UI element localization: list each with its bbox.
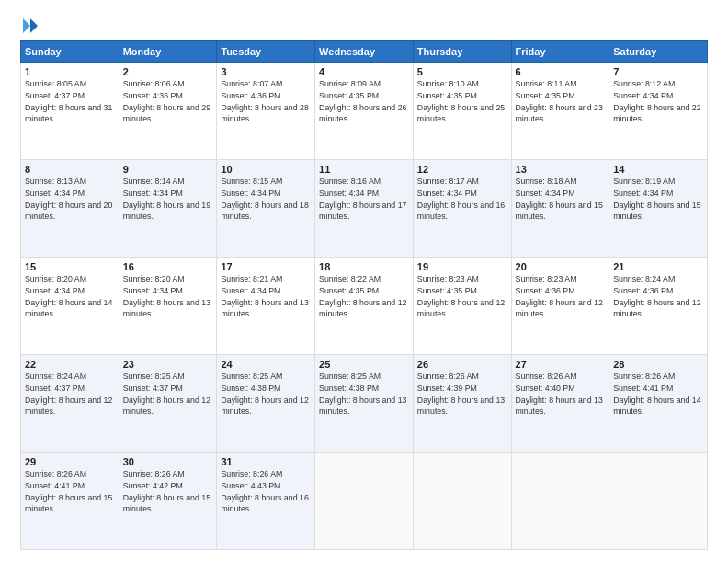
day-info: Sunrise: 8:23 AMSunset: 4:35 PMDaylight:… — [417, 273, 507, 320]
day-number: 30 — [123, 456, 213, 467]
day-info: Sunrise: 8:26 AMSunset: 4:41 PMDaylight:… — [613, 371, 703, 418]
day-info: Sunrise: 8:18 AMSunset: 4:34 PMDaylight:… — [516, 176, 606, 223]
day-info: Sunrise: 8:24 AMSunset: 4:36 PMDaylight:… — [613, 273, 703, 320]
day-number: 14 — [613, 164, 703, 175]
day-number: 24 — [221, 359, 311, 370]
day-info: Sunrise: 8:25 AMSunset: 4:38 PMDaylight:… — [319, 371, 409, 418]
day-number: 23 — [123, 359, 213, 370]
calendar-day-cell: 15Sunrise: 8:20 AMSunset: 4:34 PMDayligh… — [21, 258, 119, 355]
day-info: Sunrise: 8:10 AMSunset: 4:35 PMDaylight:… — [417, 78, 507, 125]
calendar-day-cell: 2Sunrise: 8:06 AMSunset: 4:36 PMDaylight… — [119, 63, 217, 160]
day-info: Sunrise: 8:06 AMSunset: 4:36 PMDaylight:… — [123, 78, 213, 125]
day-number: 16 — [123, 261, 213, 272]
calendar-day-cell: 5Sunrise: 8:10 AMSunset: 4:35 PMDaylight… — [413, 63, 511, 160]
calendar-day-cell: 17Sunrise: 8:21 AMSunset: 4:34 PMDayligh… — [217, 258, 315, 355]
calendar-day-cell: 4Sunrise: 8:09 AMSunset: 4:35 PMDaylight… — [315, 63, 414, 160]
day-info: Sunrise: 8:09 AMSunset: 4:35 PMDaylight:… — [319, 78, 409, 125]
calendar-day-cell: 11Sunrise: 8:16 AMSunset: 4:34 PMDayligh… — [315, 160, 414, 258]
day-number: 8 — [25, 164, 115, 175]
calendar-day-cell: 22Sunrise: 8:24 AMSunset: 4:37 PMDayligh… — [21, 355, 119, 453]
calendar-day-cell: 23Sunrise: 8:25 AMSunset: 4:37 PMDayligh… — [119, 355, 217, 453]
calendar-day-cell: 26Sunrise: 8:26 AMSunset: 4:39 PMDayligh… — [413, 355, 511, 453]
day-number: 17 — [221, 261, 311, 272]
day-info: Sunrise: 8:23 AMSunset: 4:36 PMDaylight:… — [516, 273, 606, 320]
calendar-day-cell: 18Sunrise: 8:22 AMSunset: 4:35 PMDayligh… — [315, 258, 414, 355]
day-info: Sunrise: 8:25 AMSunset: 4:37 PMDaylight:… — [123, 371, 213, 418]
day-header-tuesday: Tuesday — [217, 41, 315, 63]
day-number: 2 — [123, 66, 213, 77]
calendar-day-cell: 1Sunrise: 8:05 AMSunset: 4:37 PMDaylight… — [21, 63, 119, 160]
calendar-week-row: 1Sunrise: 8:05 AMSunset: 4:37 PMDaylight… — [21, 63, 708, 160]
day-info: Sunrise: 8:24 AMSunset: 4:37 PMDaylight:… — [25, 371, 115, 418]
calendar-day-cell: 27Sunrise: 8:26 AMSunset: 4:40 PMDayligh… — [511, 355, 609, 453]
day-info: Sunrise: 8:26 AMSunset: 4:39 PMDaylight:… — [417, 371, 507, 418]
day-info: Sunrise: 8:22 AMSunset: 4:35 PMDaylight:… — [319, 273, 409, 320]
calendar-empty-cell — [413, 453, 511, 550]
calendar-day-cell: 19Sunrise: 8:23 AMSunset: 4:35 PMDayligh… — [413, 258, 511, 355]
day-number: 11 — [319, 164, 409, 175]
day-info: Sunrise: 8:26 AMSunset: 4:43 PMDaylight:… — [221, 468, 311, 515]
day-number: 20 — [516, 261, 606, 272]
day-number: 5 — [417, 66, 507, 77]
day-info: Sunrise: 8:26 AMSunset: 4:41 PMDaylight:… — [25, 468, 115, 515]
day-number: 29 — [25, 456, 115, 467]
calendar-day-cell: 16Sunrise: 8:20 AMSunset: 4:34 PMDayligh… — [119, 258, 217, 355]
day-header-friday: Friday — [511, 41, 609, 63]
day-number: 18 — [319, 261, 409, 272]
logo-flag-icon — [21, 17, 40, 35]
day-info: Sunrise: 8:17 AMSunset: 4:34 PMDaylight:… — [417, 176, 507, 223]
calendar-day-cell: 6Sunrise: 8:11 AMSunset: 4:35 PMDaylight… — [511, 63, 609, 160]
calendar-week-row: 22Sunrise: 8:24 AMSunset: 4:37 PMDayligh… — [21, 355, 708, 453]
day-number: 3 — [221, 66, 311, 77]
svg-marker-0 — [30, 18, 38, 33]
calendar-day-cell: 13Sunrise: 8:18 AMSunset: 4:34 PMDayligh… — [511, 160, 609, 258]
day-number: 10 — [221, 164, 311, 175]
calendar-day-cell: 25Sunrise: 8:25 AMSunset: 4:38 PMDayligh… — [315, 355, 414, 453]
day-number: 26 — [417, 359, 507, 370]
day-number: 13 — [516, 164, 606, 175]
calendar-day-cell: 21Sunrise: 8:24 AMSunset: 4:36 PMDayligh… — [609, 258, 708, 355]
day-number: 9 — [123, 164, 213, 175]
day-number: 28 — [613, 359, 703, 370]
calendar-day-cell: 3Sunrise: 8:07 AMSunset: 4:36 PMDaylight… — [217, 63, 315, 160]
day-info: Sunrise: 8:11 AMSunset: 4:35 PMDaylight:… — [516, 78, 606, 125]
day-header-thursday: Thursday — [413, 41, 511, 63]
day-header-sunday: Sunday — [21, 41, 119, 63]
calendar-day-cell: 20Sunrise: 8:23 AMSunset: 4:36 PMDayligh… — [511, 258, 609, 355]
day-number: 21 — [613, 261, 703, 272]
day-header-saturday: Saturday — [609, 41, 708, 63]
calendar-day-cell: 28Sunrise: 8:26 AMSunset: 4:41 PMDayligh… — [609, 355, 708, 453]
day-number: 31 — [221, 456, 311, 467]
calendar-week-row: 15Sunrise: 8:20 AMSunset: 4:34 PMDayligh… — [21, 258, 708, 355]
day-number: 22 — [25, 359, 115, 370]
day-info: Sunrise: 8:07 AMSunset: 4:36 PMDaylight:… — [221, 78, 311, 125]
calendar-day-cell: 7Sunrise: 8:12 AMSunset: 4:34 PMDaylight… — [609, 63, 708, 160]
day-number: 25 — [319, 359, 409, 370]
day-number: 6 — [516, 66, 606, 77]
day-info: Sunrise: 8:16 AMSunset: 4:34 PMDaylight:… — [319, 176, 409, 223]
calendar-day-cell: 24Sunrise: 8:25 AMSunset: 4:38 PMDayligh… — [217, 355, 315, 453]
calendar-day-cell: 12Sunrise: 8:17 AMSunset: 4:34 PMDayligh… — [413, 160, 511, 258]
calendar-day-cell: 14Sunrise: 8:19 AMSunset: 4:34 PMDayligh… — [609, 160, 708, 258]
calendar-day-cell: 29Sunrise: 8:26 AMSunset: 4:41 PMDayligh… — [21, 453, 119, 550]
day-info: Sunrise: 8:14 AMSunset: 4:34 PMDaylight:… — [123, 176, 213, 223]
day-info: Sunrise: 8:21 AMSunset: 4:34 PMDaylight:… — [221, 273, 311, 320]
calendar-empty-cell — [609, 453, 708, 550]
day-number: 15 — [25, 261, 115, 272]
day-number: 19 — [417, 261, 507, 272]
calendar-empty-cell — [315, 453, 414, 550]
day-info: Sunrise: 8:13 AMSunset: 4:34 PMDaylight:… — [25, 176, 115, 223]
day-info: Sunrise: 8:20 AMSunset: 4:34 PMDaylight:… — [123, 273, 213, 320]
day-info: Sunrise: 8:19 AMSunset: 4:34 PMDaylight:… — [613, 176, 703, 223]
calendar-day-cell: 30Sunrise: 8:26 AMSunset: 4:42 PMDayligh… — [119, 453, 217, 550]
day-number: 12 — [417, 164, 507, 175]
calendar-day-cell: 8Sunrise: 8:13 AMSunset: 4:34 PMDaylight… — [21, 160, 119, 258]
calendar-week-row: 29Sunrise: 8:26 AMSunset: 4:41 PMDayligh… — [21, 453, 708, 550]
calendar-day-cell: 31Sunrise: 8:26 AMSunset: 4:43 PMDayligh… — [217, 453, 315, 550]
header — [20, 17, 708, 31]
day-info: Sunrise: 8:15 AMSunset: 4:34 PMDaylight:… — [221, 176, 311, 223]
calendar-header-row: SundayMondayTuesdayWednesdayThursdayFrid… — [21, 41, 708, 63]
day-info: Sunrise: 8:20 AMSunset: 4:34 PMDaylight:… — [25, 273, 115, 320]
calendar-empty-cell — [511, 453, 609, 550]
day-header-wednesday: Wednesday — [315, 41, 414, 63]
